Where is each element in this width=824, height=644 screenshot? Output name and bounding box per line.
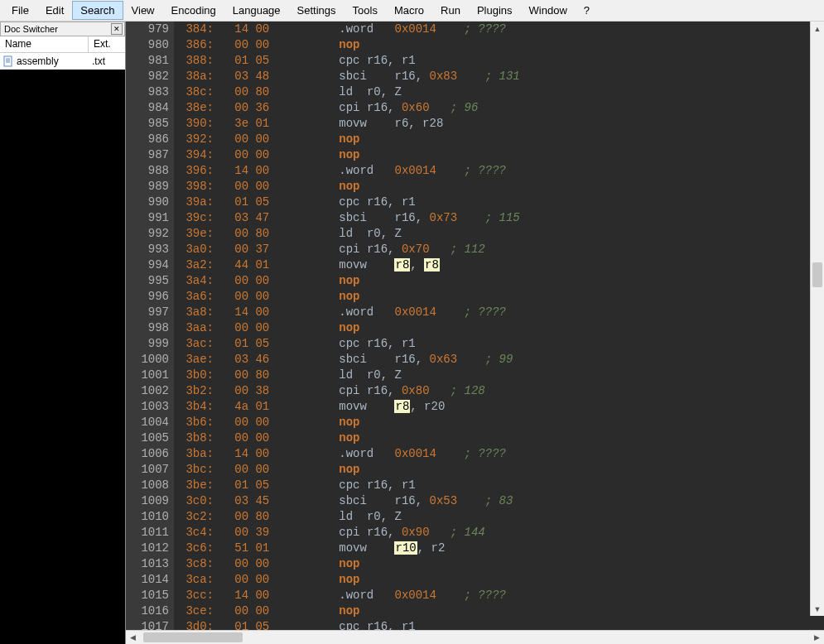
editor-viewport[interactable]: 9799809819829839849859869879889899909919…	[126, 22, 824, 630]
vertical-scrollbar[interactable]: ▲ ▼	[810, 22, 824, 616]
line-number-gutter: 9799809819829839849859869879889899909919…	[126, 22, 174, 630]
line-number: 1002	[126, 383, 169, 399]
code-line[interactable]: 3b4: 4a 01 movw r8, r20	[174, 399, 824, 415]
doc-switcher-header: Doc Switcher ✕	[0, 22, 125, 36]
menu-macro[interactable]: Macro	[386, 1, 432, 20]
code-line[interactable]: 3c8: 00 00 nop	[174, 556, 824, 572]
line-number: 981	[126, 53, 169, 69]
line-number: 989	[126, 179, 169, 195]
line-number: 992	[126, 226, 169, 242]
code-line[interactable]: 384: 14 00 .word 0x0014 ; ????	[174, 22, 824, 37]
column-ext[interactable]: Ext.	[89, 36, 125, 52]
column-name[interactable]: Name	[0, 36, 89, 52]
line-number: 1011	[126, 525, 169, 541]
code-line[interactable]: 392: 00 00 nop	[174, 132, 824, 147]
file-ext: .txt	[89, 55, 125, 67]
code-line[interactable]: 3cc: 14 00 .word 0x0014 ; ????	[174, 588, 824, 603]
code-line[interactable]: 388: 01 05 cpc r16, r1	[174, 53, 824, 69]
code-line[interactable]: 390: 3e 01 movw r6, r28	[174, 116, 824, 132]
line-number: 997	[126, 305, 169, 320]
line-number: 1006	[126, 446, 169, 462]
menu-run[interactable]: Run	[432, 1, 469, 20]
line-number: 1008	[126, 478, 169, 493]
horizontal-scrollbar[interactable]: ◀ ▶	[126, 630, 824, 644]
code-line[interactable]: 398: 00 00 nop	[174, 179, 824, 195]
code-line[interactable]: 3b2: 00 38 cpi r16, 0x80 ; 128	[174, 383, 824, 399]
scroll-right-icon[interactable]: ▶	[810, 631, 824, 645]
code-line[interactable]: 3aa: 00 00 nop	[174, 320, 824, 336]
file-name: assembly	[17, 55, 89, 67]
code-line[interactable]: 3ba: 14 00 .word 0x0014 ; ????	[174, 446, 824, 462]
code-line[interactable]: 3c4: 00 39 cpi r16, 0x90 ; 144	[174, 525, 824, 541]
line-number: 1003	[126, 399, 169, 415]
line-number: 1013	[126, 556, 169, 572]
file-icon	[2, 55, 14, 67]
code-line[interactable]: 3ca: 00 00 nop	[174, 572, 824, 588]
code-line[interactable]: 3c2: 00 80 ld r0, Z	[174, 509, 824, 525]
file-list: assembly.txt	[0, 53, 125, 70]
menu-tools[interactable]: Tools	[345, 1, 386, 20]
code-line[interactable]: 38e: 00 36 cpi r16, 0x60 ; 96	[174, 100, 824, 116]
vscroll-thumb[interactable]	[812, 262, 822, 287]
menu-window[interactable]: Window	[521, 1, 576, 20]
line-number: 998	[126, 320, 169, 336]
code-line[interactable]: 3a8: 14 00 .word 0x0014 ; ????	[174, 305, 824, 320]
code-line[interactable]: 3ac: 01 05 cpc r16, r1	[174, 336, 824, 352]
code-line[interactable]: 3c0: 03 45 sbci r16, 0x53 ; 83	[174, 493, 824, 509]
line-number: 987	[126, 147, 169, 163]
menu-language[interactable]: Language	[224, 1, 289, 20]
code-line[interactable]: 3ce: 00 00 nop	[174, 603, 824, 619]
line-number: 982	[126, 69, 169, 84]
svg-rect-0	[4, 56, 12, 66]
code-line[interactable]: 396: 14 00 .word 0x0014 ; ????	[174, 163, 824, 179]
close-icon[interactable]: ✕	[111, 23, 123, 35]
line-number: 991	[126, 210, 169, 226]
menu-[interactable]: ?	[576, 1, 598, 20]
scroll-down-icon[interactable]: ▼	[811, 602, 824, 616]
code-line[interactable]: 39e: 00 80 ld r0, Z	[174, 226, 824, 242]
line-number: 1001	[126, 368, 169, 383]
menu-view[interactable]: View	[123, 1, 163, 20]
scroll-left-icon[interactable]: ◀	[126, 631, 140, 645]
line-number: 1014	[126, 572, 169, 588]
menu-file[interactable]: File	[3, 1, 37, 20]
menu-settings[interactable]: Settings	[289, 1, 345, 20]
code-line[interactable]: 3a4: 00 00 nop	[174, 273, 824, 289]
line-number: 1009	[126, 493, 169, 509]
menu-search[interactable]: Search	[72, 1, 123, 20]
line-number: 996	[126, 289, 169, 305]
code-line[interactable]: 38c: 00 80 ld r0, Z	[174, 84, 824, 100]
code-line[interactable]: 3bc: 00 00 nop	[174, 462, 824, 478]
menu-plugins[interactable]: Plugins	[469, 1, 521, 20]
menu-edit[interactable]: Edit	[37, 1, 72, 20]
hscroll-thumb[interactable]	[143, 632, 243, 642]
code-line[interactable]: 386: 00 00 nop	[174, 37, 824, 53]
scroll-up-icon[interactable]: ▲	[811, 22, 824, 36]
code-line[interactable]: 3a0: 00 37 cpi r16, 0x70 ; 112	[174, 242, 824, 257]
code-line[interactable]: 3ae: 03 46 sbci r16, 0x63 ; 99	[174, 352, 824, 368]
code-line[interactable]: 3be: 01 05 cpc r16, r1	[174, 478, 824, 493]
line-number: 993	[126, 242, 169, 257]
code-line[interactable]: 3b8: 00 00 nop	[174, 430, 824, 446]
line-number: 999	[126, 336, 169, 352]
code-line[interactable]: 39c: 03 47 sbci r16, 0x73 ; 115	[174, 210, 824, 226]
code-line[interactable]: 3b6: 00 00 nop	[174, 415, 824, 430]
code-line[interactable]: 3c6: 51 01 movw r10, r2	[174, 541, 824, 556]
code-line[interactable]: 3a2: 44 01 movw r8, r8	[174, 257, 824, 273]
hscroll-track[interactable]	[140, 631, 810, 644]
code-line[interactable]: 3d0: 01 05 cpc r16, r1	[174, 619, 824, 630]
vscroll-track[interactable]	[811, 36, 824, 602]
code-line[interactable]: 39a: 01 05 cpc r16, r1	[174, 195, 824, 210]
code-area[interactable]: 384: 14 00 .word 0x0014 ; ???? 386: 00 0…	[174, 22, 824, 630]
code-line[interactable]: 3a6: 00 00 nop	[174, 289, 824, 305]
doc-switcher-panel: Doc Switcher ✕ Name Ext. assembly.txt	[0, 22, 126, 644]
code-line[interactable]: 38a: 03 48 sbci r16, 0x83 ; 131	[174, 69, 824, 84]
file-columns-header: Name Ext.	[0, 36, 125, 53]
line-number: 995	[126, 273, 169, 289]
list-item[interactable]: assembly.txt	[0, 53, 125, 70]
code-line[interactable]: 3b0: 00 80 ld r0, Z	[174, 368, 824, 383]
menu-encoding[interactable]: Encoding	[163, 1, 224, 20]
line-number: 1004	[126, 415, 169, 430]
editor: 9799809819829839849859869879889899909919…	[126, 22, 824, 644]
code-line[interactable]: 394: 00 00 nop	[174, 147, 824, 163]
